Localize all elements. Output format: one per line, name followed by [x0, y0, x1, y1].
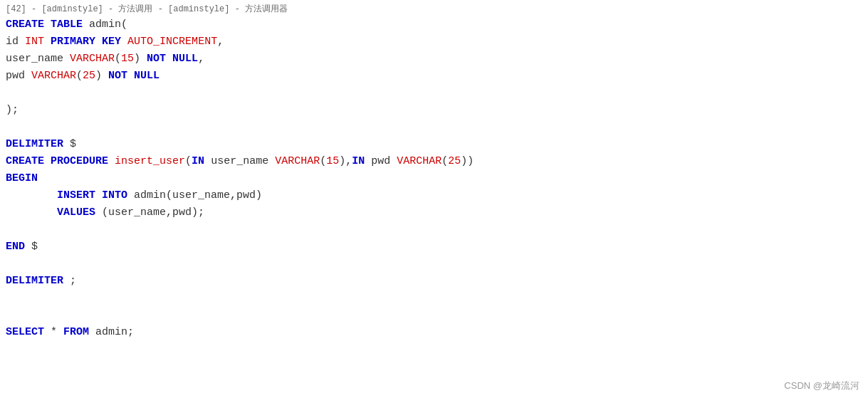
code-line-11: INSERT INTO admin(user_name,pwd) [6, 187, 862, 204]
code-line-16: DELIMITER ; [6, 273, 862, 290]
code-line-1: CREATE TABLE admin( [6, 16, 862, 33]
code-block: CREATE TABLE admin( id INT PRIMARY KEY A… [6, 16, 862, 341]
code-line-4: pwd VARCHAR(25) NOT NULL [6, 68, 862, 85]
code-line-3: user_name VARCHAR(15) NOT NULL, [6, 51, 862, 68]
empty-line-6 [6, 307, 862, 324]
code-line-10: BEGIN [6, 170, 862, 187]
code-line-8: DELIMITER $ [6, 136, 862, 153]
empty-line-2 [6, 119, 862, 136]
code-container: [42] - [adminstyle] - 方法调用 - [adminstyle… [0, 0, 868, 398]
empty-line-1 [6, 85, 862, 102]
code-line-12: VALUES (user_name,pwd); [6, 204, 862, 221]
top-bar: [42] - [adminstyle] - 方法调用 - [adminstyle… [6, 3, 862, 15]
empty-line-5 [6, 290, 862, 307]
code-line-9: CREATE PROCEDURE insert_user(IN user_nam… [6, 153, 862, 170]
code-line-14: END $ [6, 239, 862, 256]
code-line-6: ); [6, 102, 862, 119]
code-line-2: id INT PRIMARY KEY AUTO_INCREMENT, [6, 33, 862, 51]
empty-line-3 [6, 221, 862, 239]
code-line-19: SELECT * FROM admin; [6, 324, 862, 341]
empty-line-4 [6, 256, 862, 273]
watermark: CSDN @龙崎流河 [784, 379, 859, 392]
